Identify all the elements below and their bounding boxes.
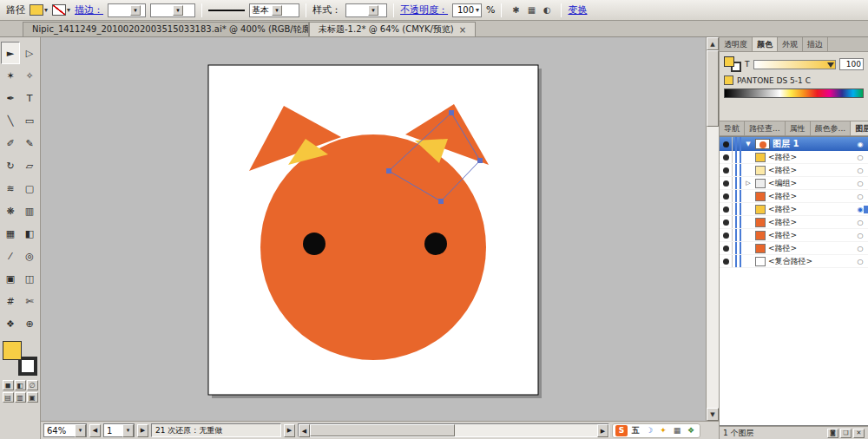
- target-icon[interactable]: ○: [855, 154, 865, 161]
- pen-tool[interactable]: ✒: [1, 87, 20, 109]
- panel-tab[interactable]: 属性: [786, 121, 811, 135]
- layer-name[interactable]: 图层 1: [773, 138, 852, 150]
- scroll-right-icon[interactable]: ▶: [597, 424, 608, 437]
- tint-slider[interactable]: [753, 60, 837, 69]
- panel-tab[interactable]: 颜色参...: [811, 121, 852, 135]
- panel-tab[interactable]: 透明度: [720, 37, 753, 51]
- magic-wand-tool[interactable]: ✶: [1, 64, 20, 87]
- cat-right-eye[interactable]: [424, 233, 447, 255]
- sogou-icon[interactable]: S: [615, 425, 628, 436]
- tint-value-input[interactable]: 100: [839, 58, 864, 70]
- fill-stroke-indicator[interactable]: [3, 341, 37, 376]
- visibility-eye-icon[interactable]: [720, 255, 733, 267]
- anchor-point[interactable]: [449, 110, 454, 115]
- opacity-input[interactable]: 100 ▾: [452, 3, 482, 17]
- status-menu-button[interactable]: ▶: [284, 424, 295, 437]
- visibility-eye-icon[interactable]: [720, 151, 733, 163]
- selection-tool[interactable]: ►: [1, 42, 20, 64]
- scroll-up-icon[interactable]: ▲: [707, 37, 719, 50]
- transform-link[interactable]: 变换: [568, 3, 587, 16]
- warp-tool[interactable]: ≋: [1, 177, 20, 200]
- hand-tool[interactable]: ❖: [1, 312, 20, 335]
- color-spectrum-bar[interactable]: [724, 88, 864, 98]
- target-icon[interactable]: ○: [855, 193, 865, 200]
- layer-row[interactable]: <路径> ○: [720, 151, 868, 164]
- expand-icon[interactable]: ▼: [744, 141, 753, 147]
- layer-row[interactable]: <复合路径> ○: [720, 255, 868, 268]
- panel-tab[interactable]: 路径查...: [745, 121, 786, 135]
- keyboard-icon[interactable]: ▦: [671, 425, 683, 436]
- variable-width-select[interactable]: ▾: [150, 3, 195, 17]
- document-canvas[interactable]: [41, 37, 706, 421]
- stroke-weight-select[interactable]: ▾: [108, 3, 146, 17]
- full-screen-menu-button[interactable]: ▥: [15, 392, 26, 403]
- full-screen-button[interactable]: ▣: [27, 392, 38, 403]
- wubi-icon[interactable]: 五: [629, 425, 641, 436]
- visibility-eye-icon[interactable]: [720, 242, 733, 254]
- mini-fill-swatch[interactable]: [724, 56, 734, 67]
- cat-face[interactable]: [260, 134, 486, 360]
- zoom-level-select[interactable]: 64% ▾: [43, 423, 87, 437]
- symbol-sprayer-tool[interactable]: ❋: [1, 200, 20, 222]
- mesh-tool[interactable]: ▦: [1, 222, 20, 245]
- make-mask-button[interactable]: ◙: [827, 429, 838, 438]
- fill-color-picker[interactable]: ▾: [30, 4, 48, 16]
- layer-row-selected[interactable]: ▼ 图层 1 ◉: [720, 137, 868, 151]
- color-button[interactable]: ◼: [3, 380, 14, 390]
- slice-tool[interactable]: ✄: [20, 290, 39, 312]
- layer-row[interactable]: ▷ <编组> ○: [720, 177, 868, 190]
- type-tool[interactable]: T: [20, 87, 39, 109]
- gradient-button[interactable]: ◧: [15, 380, 26, 390]
- anchor-point[interactable]: [438, 199, 444, 204]
- direct-selection-tool[interactable]: ▷: [20, 42, 39, 64]
- crop-area-tool[interactable]: #: [1, 290, 20, 312]
- target-icon[interactable]: ○: [855, 258, 865, 265]
- free-transform-tool[interactable]: ▢: [20, 177, 39, 200]
- anchor-point[interactable]: [477, 158, 483, 163]
- next-artboard-button[interactable]: ▶: [137, 424, 148, 437]
- scale-tool[interactable]: ▱: [20, 154, 39, 177]
- document-tab[interactable]: Nipic_1411249_20100202003515033183.ai* @…: [23, 22, 309, 36]
- panel-tab[interactable]: 外观: [778, 37, 803, 51]
- layer-row[interactable]: <路径> ○: [720, 164, 868, 177]
- chevron-down-icon[interactable]: ▾: [368, 5, 378, 16]
- tools-icon[interactable]: ❖: [685, 425, 697, 436]
- delete-layer-button[interactable]: ✕: [853, 429, 865, 438]
- horizontal-scrollbar[interactable]: ◀ ▶: [298, 423, 609, 437]
- close-icon[interactable]: ×: [459, 25, 466, 35]
- zoom-tool[interactable]: ⊕: [20, 312, 39, 335]
- panel-tab[interactable]: 图层: [851, 121, 868, 135]
- lasso-tool[interactable]: ✧: [20, 64, 39, 87]
- chevron-down-icon[interactable]: ▾: [130, 5, 141, 16]
- tint-slider-handle[interactable]: [827, 62, 834, 68]
- document-tab[interactable]: 未标题-1.2* @ 64% (CMYK/预览) ×: [309, 22, 476, 36]
- scroll-down-icon[interactable]: ▼: [707, 408, 719, 421]
- visibility-eye-icon[interactable]: [720, 203, 733, 215]
- visibility-eye-icon[interactable]: [720, 216, 733, 228]
- visibility-eye-icon[interactable]: [720, 137, 733, 151]
- live-paint-selection-tool[interactable]: ◫: [20, 267, 39, 290]
- eyedropper-tool[interactable]: ⁄: [1, 245, 20, 267]
- layer-row[interactable]: <路径> ○: [720, 216, 868, 229]
- scroll-left-icon[interactable]: ◀: [299, 424, 310, 437]
- sparkle-icon[interactable]: ✦: [657, 425, 669, 436]
- gradient-tool[interactable]: ◧: [20, 222, 39, 245]
- vertical-scrollbar[interactable]: ▲ ▼: [706, 37, 719, 421]
- expand-icon[interactable]: ▷: [744, 180, 753, 187]
- align-icon[interactable]: ▦: [523, 3, 539, 17]
- opacity-link[interactable]: 不透明度：: [400, 3, 448, 16]
- live-paint-tool[interactable]: ▣: [1, 267, 20, 290]
- layer-row[interactable]: <路径> ○: [720, 190, 868, 203]
- rotate-tool[interactable]: ↻: [1, 154, 20, 177]
- layer-row[interactable]: <路径> ○: [720, 242, 868, 255]
- layer-row[interactable]: <路径> ○: [720, 229, 868, 242]
- target-icon[interactable]: ○: [855, 219, 865, 226]
- visibility-eye-icon[interactable]: [720, 177, 733, 189]
- layer-row[interactable]: <路径> ◉: [720, 203, 868, 216]
- fill-indicator-swatch[interactable]: [3, 341, 22, 360]
- stroke-link[interactable]: 描边：: [75, 3, 103, 16]
- target-icon[interactable]: ◉: [855, 141, 865, 148]
- target-icon[interactable]: ○: [855, 232, 865, 239]
- vertical-scroll-thumb[interactable]: [707, 50, 719, 127]
- chevron-down-icon[interactable]: ▾: [75, 424, 86, 437]
